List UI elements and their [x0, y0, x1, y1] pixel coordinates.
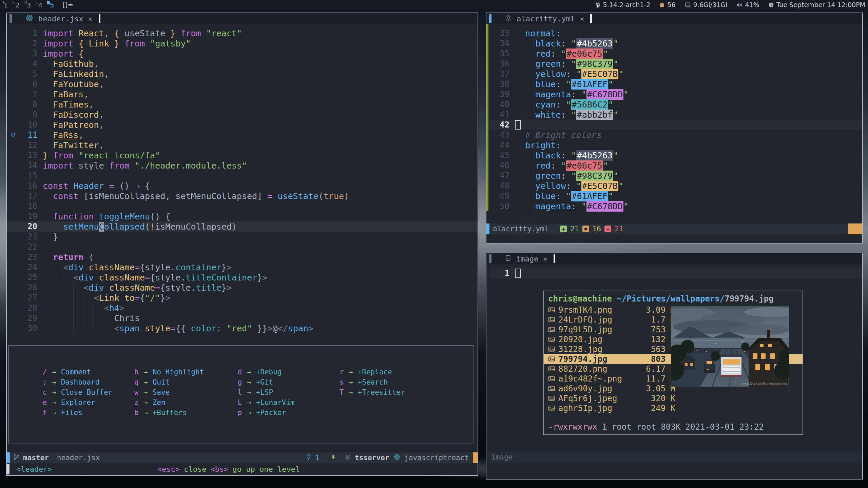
code-text: FaYoutube,: [43, 79, 104, 89]
file-size: 1.7 M: [636, 315, 675, 325]
code-line[interactable]: 42: [489, 120, 862, 130]
code-line[interactable]: 46 red: "#e06c75": [489, 160, 862, 171]
line-number: 26: [19, 283, 43, 292]
code-line[interactable]: 29 Chris: [7, 313, 478, 323]
code-area-headerjsx[interactable]: 1import React, { useState } from "react"…: [7, 24, 478, 333]
code-line[interactable]: 9 FaDiscord,: [7, 110, 478, 120]
code-line[interactable]: 1: [489, 268, 862, 278]
editor-window-alacritty[interactable]: alacritty.yml × 33 normal:34 black: "#4b…: [486, 13, 863, 243]
whichkey-label: Dashboard: [61, 378, 100, 386]
code-line[interactable]: 30 <span style={{ color: "red" }}>@</spa…: [7, 323, 478, 333]
statusline-alacritty: alacritty.yml + 21 16 - 21: [486, 223, 862, 234]
arrow-icon: →: [349, 368, 353, 376]
code-line[interactable]: 8 FaTimes,: [7, 99, 478, 110]
code-line[interactable]: 23 return (: [7, 252, 478, 262]
code-line[interactable]: 47 green: "#98C379": [489, 171, 862, 181]
code-line[interactable]: 6 FaYoutube,: [7, 79, 478, 89]
code-line[interactable]: 14import style from "./header.module.les…: [7, 160, 478, 171]
code-line[interactable]: 12 FaTwitter,: [7, 140, 478, 150]
code-line[interactable]: 20 setMenuCollapsed(!isMenuCollapsed): [7, 221, 478, 232]
code-line[interactable]: 45 black: "#4b5263": [489, 150, 862, 160]
scrollbar-thumb[interactable]: [473, 452, 478, 463]
arrow-icon: →: [143, 398, 148, 407]
code-line[interactable]: 4 FaGithub,: [7, 59, 478, 69]
scrollbar-thumb[interactable]: [848, 223, 862, 234]
code-line[interactable]: 50 magenta: "#C678DD": [489, 201, 862, 211]
workspace-3[interactable]: 3: [23, 0, 35, 9]
code-area-image[interactable]: 1: [486, 264, 862, 278]
code-line[interactable]: 37 yellow: "#E5C07B": [489, 69, 862, 79]
editor-window-headerjsx[interactable]: header.jsx × 1import React, { useState }…: [6, 13, 478, 476]
hint-esc-label: close: [184, 465, 206, 473]
code-line[interactable]: 15: [7, 171, 478, 181]
code-line[interactable]: 44 bright:: [489, 140, 862, 150]
code-line[interactable]: 19 function toggleMenu() {: [7, 211, 478, 221]
code-text: red: "#e06c75": [515, 160, 608, 171]
ranger-file-picker: chris@machine ~/Pictures/wallpapers/7997…: [543, 291, 803, 435]
file-row[interactable]: AFq5r6j.jpeg320 K: [544, 393, 803, 403]
code-line[interactable]: 13} from "react-icons/fa": [7, 150, 478, 160]
code-line[interactable]: 38 blue: "#61AFEF": [489, 79, 862, 89]
code-line[interactable]: 22: [7, 242, 478, 252]
code-text: [515, 120, 521, 130]
code-line[interactable]: 34 black: "#4b5263": [489, 38, 862, 48]
whichkey-binding: d→+Debug: [237, 367, 294, 377]
code-line[interactable]: 3import {: [7, 48, 478, 59]
code-line[interactable]: 11 FaRss,: [7, 130, 478, 140]
close-icon[interactable]: ×: [88, 15, 92, 23]
code-line[interactable]: 16const Header = () ⇒ {: [7, 181, 478, 191]
whichkey-label: +LSP: [256, 388, 273, 396]
speaker-icon: [736, 2, 742, 8]
code-line[interactable]: 27 <Link to={"/"}>: [7, 293, 478, 303]
code-area-alacritty[interactable]: 33 normal:34 black: "#4b5263"35 red: "#e…: [486, 24, 862, 211]
code-line[interactable]: 24 <div className={style.container}>: [7, 262, 478, 272]
git-changed-icon: [582, 226, 589, 232]
whichkey-key: f: [42, 409, 47, 417]
workspace-2[interactable]: 2: [12, 0, 23, 9]
code-line[interactable]: 43 # Bright colors: [489, 130, 862, 140]
diagnostic-count[interactable]: 1: [315, 454, 320, 462]
code-line[interactable]: 7 FaBars,: [7, 89, 478, 99]
mode-indicator-bar: [7, 452, 10, 463]
git-branch-name[interactable]: master: [23, 454, 49, 462]
editor-window-image[interactable]: image × 1 chris@machine ~/Pictures/wallp…: [486, 253, 863, 480]
workspace-5[interactable]: 5: [46, 0, 58, 9]
code-line[interactable]: 28 <h4>: [7, 303, 478, 313]
tab-image[interactable]: image ×: [491, 255, 551, 263]
code-line[interactable]: 21 }: [7, 232, 478, 242]
layout-symbol[interactable]: []=: [62, 1, 73, 9]
code-line[interactable]: 1import React, { useState } from "react": [7, 28, 478, 38]
code-line[interactable]: 39 magenta: "#C678DD": [489, 89, 862, 99]
close-icon[interactable]: ×: [543, 255, 547, 263]
file-name: 9rsmTK4.png: [558, 305, 636, 315]
code-line[interactable]: 5 FaLinkedin,: [7, 69, 478, 79]
file-size: 320 K: [636, 394, 675, 403]
cmdline-headerjsx[interactable]: <leader> <esc> close <bs> go up one leve…: [7, 463, 478, 475]
tab-headerjsx[interactable]: header.jsx ×: [12, 14, 96, 24]
code-line[interactable]: 35 red: "#e06c75": [489, 48, 862, 59]
code-line[interactable]: 40 cyan: "#56B6C2": [489, 99, 862, 110]
workspace-4[interactable]: 4: [35, 0, 46, 9]
arrow-icon: →: [143, 388, 148, 396]
tab-alacritty[interactable]: alacritty.yml ×: [491, 15, 587, 23]
code-line[interactable]: 33 normal:: [489, 28, 862, 38]
code-line[interactable]: 49 blue: "#61AFEF": [489, 191, 862, 201]
code-line[interactable]: 41 white: "#abb2bf": [489, 110, 862, 120]
whichkey-binding: w→Save: [134, 387, 204, 397]
workspace-1[interactable]: 1: [0, 0, 12, 9]
code-line[interactable]: 18: [7, 201, 478, 211]
code-line[interactable]: 48 yellow: "#E5C07B": [489, 181, 862, 191]
code-line[interactable]: 2import { Link } from "gatsby": [7, 38, 478, 48]
code-line[interactable]: 26 <div className={style.title}>: [7, 282, 478, 293]
ranger-user-host: chris@machine: [548, 294, 612, 304]
code-line[interactable]: 25 <div className={style.titleContainer}…: [7, 272, 478, 282]
code-line[interactable]: 10 FaPatreon,: [7, 120, 478, 130]
code-line[interactable]: 17 const [isMenuCollapsed, setMenuCollap…: [7, 191, 478, 201]
image-file-icon: [548, 366, 558, 372]
code-line[interactable]: 36 green: "#98C379": [489, 59, 862, 69]
close-icon[interactable]: ×: [580, 15, 584, 23]
whichkey-key: w: [134, 388, 139, 396]
file-row[interactable]: aghr5Ip.jpg249 K: [544, 403, 803, 413]
code-text: return (: [43, 252, 94, 262]
arrow-icon: →: [247, 398, 251, 407]
